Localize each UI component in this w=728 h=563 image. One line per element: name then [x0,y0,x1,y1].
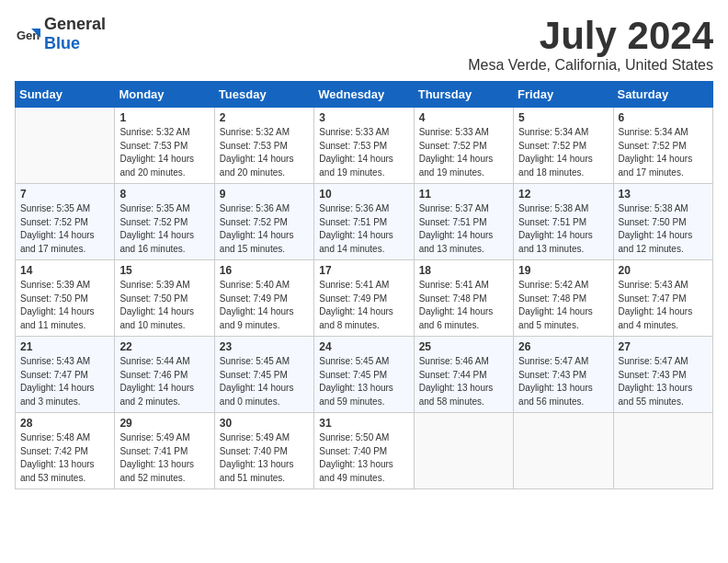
title-area: July 2024 Mesa Verde, California, United… [468,15,713,74]
weekday-header: Wednesday [314,82,414,108]
calendar-cell: 29Sunrise: 5:49 AM Sunset: 7:41 PM Dayli… [115,413,214,489]
day-number: 7 [20,188,109,201]
calendar-cell: 12Sunrise: 5:38 AM Sunset: 7:51 PM Dayli… [514,184,613,260]
calendar-cell [16,108,115,184]
day-info: Sunrise: 5:47 AM Sunset: 7:43 PM Dayligh… [619,355,708,408]
calendar-week-row: 14Sunrise: 5:39 AM Sunset: 7:50 PM Dayli… [16,260,713,337]
day-number: 4 [419,111,508,124]
calendar-cell: 15Sunrise: 5:39 AM Sunset: 7:50 PM Dayli… [115,260,214,337]
calendar-cell: 10Sunrise: 5:36 AM Sunset: 7:51 PM Dayli… [314,184,414,260]
day-info: Sunrise: 5:41 AM Sunset: 7:48 PM Dayligh… [419,279,508,332]
calendar-cell: 28Sunrise: 5:48 AM Sunset: 7:42 PM Dayli… [16,413,115,489]
day-info: Sunrise: 5:35 AM Sunset: 7:52 PM Dayligh… [20,202,109,256]
day-number: 26 [518,340,608,353]
day-info: Sunrise: 5:36 AM Sunset: 7:51 PM Dayligh… [319,202,408,256]
calendar-cell: 5Sunrise: 5:34 AM Sunset: 7:52 PM Daylig… [514,108,613,184]
calendar-cell: 31Sunrise: 5:50 AM Sunset: 7:40 PM Dayli… [314,413,414,489]
calendar-cell [514,413,613,489]
calendar-cell: 30Sunrise: 5:49 AM Sunset: 7:40 PM Dayli… [214,413,313,489]
day-info: Sunrise: 5:40 AM Sunset: 7:49 PM Dayligh… [220,279,309,332]
day-info: Sunrise: 5:32 AM Sunset: 7:53 PM Dayligh… [119,126,209,179]
calendar-week-row: 7Sunrise: 5:35 AM Sunset: 7:52 PM Daylig… [16,184,713,260]
day-info: Sunrise: 5:42 AM Sunset: 7:48 PM Dayligh… [518,279,608,332]
calendar-cell: 19Sunrise: 5:42 AM Sunset: 7:48 PM Dayli… [514,260,613,337]
calendar-header-row: SundayMondayTuesdayWednesdayThursdayFrid… [16,82,713,108]
weekday-header: Saturday [613,82,712,108]
day-number: 24 [319,340,408,353]
day-number: 19 [518,264,608,277]
calendar-cell: 11Sunrise: 5:37 AM Sunset: 7:51 PM Dayli… [414,184,513,260]
day-number: 17 [319,264,408,277]
day-number: 5 [518,111,608,124]
day-number: 10 [319,188,408,201]
calendar-cell: 13Sunrise: 5:38 AM Sunset: 7:50 PM Dayli… [613,184,712,260]
logo-general: General [44,15,106,33]
day-info: Sunrise: 5:32 AM Sunset: 7:53 PM Dayligh… [220,126,309,179]
day-info: Sunrise: 5:35 AM Sunset: 7:52 PM Dayligh… [119,202,209,256]
calendar-cell: 1Sunrise: 5:32 AM Sunset: 7:53 PM Daylig… [115,108,214,184]
day-info: Sunrise: 5:37 AM Sunset: 7:51 PM Dayligh… [419,202,508,256]
location-title: Mesa Verde, California, United States [468,57,713,74]
day-number: 11 [419,188,508,201]
day-info: Sunrise: 5:39 AM Sunset: 7:50 PM Dayligh… [119,279,209,332]
calendar-cell: 3Sunrise: 5:33 AM Sunset: 7:53 PM Daylig… [314,108,414,184]
day-number: 8 [119,188,209,201]
day-number: 29 [119,417,209,430]
calendar-cell: 21Sunrise: 5:43 AM Sunset: 7:47 PM Dayli… [16,337,115,413]
day-info: Sunrise: 5:43 AM Sunset: 7:47 PM Dayligh… [20,355,109,408]
day-info: Sunrise: 5:45 AM Sunset: 7:45 PM Dayligh… [319,355,408,408]
day-number: 16 [220,264,309,277]
calendar-cell: 24Sunrise: 5:45 AM Sunset: 7:45 PM Dayli… [314,337,414,413]
calendar-cell: 8Sunrise: 5:35 AM Sunset: 7:52 PM Daylig… [115,184,214,260]
calendar-table: SundayMondayTuesdayWednesdayThursdayFrid… [15,81,713,489]
calendar-week-row: 21Sunrise: 5:43 AM Sunset: 7:47 PM Dayli… [16,337,713,413]
day-number: 9 [220,188,309,201]
calendar-cell: 9Sunrise: 5:36 AM Sunset: 7:52 PM Daylig… [214,184,313,260]
day-number: 15 [119,264,209,277]
weekday-header: Sunday [16,82,115,108]
month-title: July 2024 [468,15,713,57]
calendar-cell [414,413,513,489]
calendar-cell: 2Sunrise: 5:32 AM Sunset: 7:53 PM Daylig… [214,108,313,184]
day-number: 31 [319,417,408,430]
day-info: Sunrise: 5:39 AM Sunset: 7:50 PM Dayligh… [20,279,109,332]
day-number: 13 [619,188,708,201]
calendar-cell: 23Sunrise: 5:45 AM Sunset: 7:45 PM Dayli… [214,337,313,413]
day-info: Sunrise: 5:49 AM Sunset: 7:40 PM Dayligh… [220,431,309,485]
calendar-cell: 25Sunrise: 5:46 AM Sunset: 7:44 PM Dayli… [414,337,513,413]
calendar-cell: 16Sunrise: 5:40 AM Sunset: 7:49 PM Dayli… [214,260,313,337]
day-number: 27 [619,340,708,353]
calendar-cell: 6Sunrise: 5:34 AM Sunset: 7:52 PM Daylig… [613,108,712,184]
weekday-header: Monday [115,82,214,108]
logo-blue: Blue [44,34,80,52]
calendar-cell: 27Sunrise: 5:47 AM Sunset: 7:43 PM Dayli… [613,337,712,413]
calendar-week-row: 28Sunrise: 5:48 AM Sunset: 7:42 PM Dayli… [16,413,713,489]
day-number: 3 [319,111,408,124]
day-number: 23 [220,340,309,353]
day-info: Sunrise: 5:48 AM Sunset: 7:42 PM Dayligh… [20,431,109,485]
calendar-cell: 4Sunrise: 5:33 AM Sunset: 7:52 PM Daylig… [414,108,513,184]
day-info: Sunrise: 5:34 AM Sunset: 7:52 PM Dayligh… [619,126,708,179]
day-number: 14 [20,264,109,277]
calendar-body: 1Sunrise: 5:32 AM Sunset: 7:53 PM Daylig… [16,108,713,489]
day-info: Sunrise: 5:50 AM Sunset: 7:40 PM Dayligh… [319,431,408,485]
calendar-cell: 7Sunrise: 5:35 AM Sunset: 7:52 PM Daylig… [16,184,115,260]
calendar-cell: 26Sunrise: 5:47 AM Sunset: 7:43 PM Dayli… [514,337,613,413]
day-info: Sunrise: 5:33 AM Sunset: 7:52 PM Dayligh… [419,126,508,179]
calendar-cell: 14Sunrise: 5:39 AM Sunset: 7:50 PM Dayli… [16,260,115,337]
day-info: Sunrise: 5:38 AM Sunset: 7:50 PM Dayligh… [619,202,708,256]
day-info: Sunrise: 5:45 AM Sunset: 7:45 PM Dayligh… [220,355,309,408]
logo-icon: Gen [15,21,40,47]
header: Gen General Blue July 2024 Mesa Verde, C… [15,15,713,74]
day-number: 25 [419,340,508,353]
day-info: Sunrise: 5:38 AM Sunset: 7:51 PM Dayligh… [518,202,608,256]
day-number: 2 [220,111,309,124]
day-info: Sunrise: 5:49 AM Sunset: 7:41 PM Dayligh… [119,431,209,485]
calendar-cell [613,413,712,489]
day-number: 12 [518,188,608,201]
day-number: 30 [220,417,309,430]
day-number: 6 [619,111,708,124]
day-info: Sunrise: 5:47 AM Sunset: 7:43 PM Dayligh… [518,355,608,408]
day-info: Sunrise: 5:36 AM Sunset: 7:52 PM Dayligh… [220,202,309,256]
day-number: 20 [619,264,708,277]
